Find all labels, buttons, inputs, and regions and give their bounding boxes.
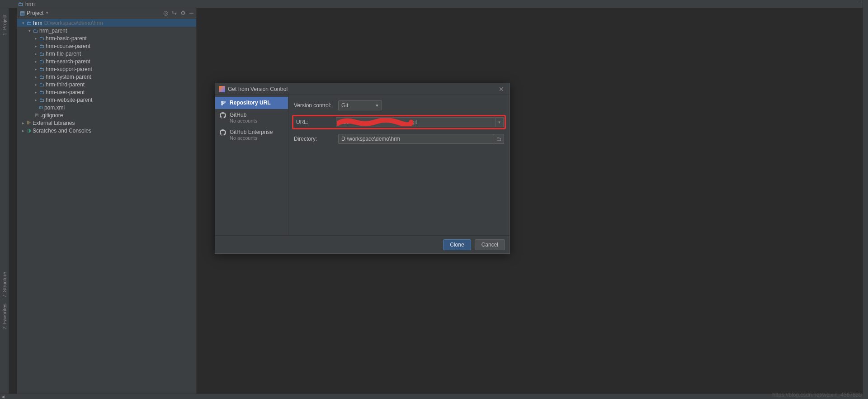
tree-node-module[interactable]: ▸🗀hrm-basic-parent (17, 34, 196, 42)
module-label: hrm-search-parent (46, 58, 90, 65)
chevron-down-icon[interactable]: ▾ (27, 28, 32, 33)
folder-icon: 🗀 (39, 36, 44, 41)
github-icon (220, 112, 226, 119)
locate-icon[interactable]: ◎ (163, 10, 168, 16)
tree-node-module[interactable]: ▸🗀hrm-search-parent (17, 57, 196, 65)
intellij-icon (219, 86, 225, 92)
project-icon: ▤ (20, 10, 25, 16)
chevron-down-icon: ▼ (45, 11, 49, 15)
chevron-right-icon[interactable]: ▸ (33, 59, 38, 64)
tree-node-module[interactable]: ▸🗀hrm-user-parent (17, 88, 196, 96)
chevron-down-icon: ▼ (375, 104, 379, 108)
github-icon (220, 129, 226, 136)
tree-node-gitignore[interactable]: 🖹 .gitignore (17, 111, 196, 119)
folder-icon: 🗀 (39, 51, 44, 57)
dialog-titlebar[interactable]: Get from Version Control ✕ (215, 83, 509, 95)
get-from-vcs-dialog: Get from Version Control ✕ Repository UR… (215, 83, 510, 254)
module-label: hrm-third-parent (46, 81, 85, 88)
chevron-right-icon[interactable]: ▸ (33, 44, 38, 48)
clone-button[interactable]: Clone (443, 239, 471, 250)
project-tree[interactable]: ▾ 🗀 hrmD:\workspace\demo\hrm ▾ 🗀 hrm_par… (17, 18, 196, 135)
hide-icon[interactable]: ─ (189, 10, 193, 16)
tree-node-module[interactable]: ▸🗀hrm-website-parent (17, 96, 196, 104)
chevron-right-icon[interactable]: ▸ (33, 52, 38, 56)
scroll-left-icon[interactable]: ◀ (0, 394, 5, 399)
browse-directory-button[interactable]: 🗀 (494, 134, 504, 144)
tree-node-pom[interactable]: m pom.xml (17, 104, 196, 111)
tree-node-external-libs[interactable]: ▸ ⊪ External Libraries (17, 119, 196, 127)
project-view-selector[interactable]: ▤ Project ▼ (20, 10, 49, 16)
gear-icon[interactable]: ⚙ (180, 10, 186, 16)
folder-icon: 🗀 (39, 43, 44, 49)
tree-node-parent[interactable]: ▾ 🗀 hrm_parent (17, 27, 196, 34)
version-control-label: Version control: (294, 102, 335, 109)
chevron-down-icon[interactable]: ▾ (21, 21, 25, 25)
dialog-footer: Clone Cancel (215, 235, 509, 253)
library-icon: ⊪ (27, 120, 31, 126)
url-row-highlight: URL: ▼ (292, 115, 506, 129)
chevron-right-icon[interactable]: ▸ (33, 90, 38, 95)
module-label: hrm-support-parent (46, 66, 92, 72)
folder-icon: 🗀 (39, 82, 44, 87)
chevron-right-icon[interactable]: ▸ (33, 98, 38, 102)
breadcrumb[interactable]: 🗀 hrm (0, 0, 868, 8)
file-icon: 🖹 (34, 113, 39, 118)
tree-node-root[interactable]: ▾ 🗀 hrmD:\workspace\demo\hrm (17, 19, 196, 27)
project-tool-window: ▤ Project ▼ ◎ ⇆ ⚙ ─ ▾ 🗀 hrmD:\workspace\… (17, 8, 197, 394)
project-header: ▤ Project ▼ ◎ ⇆ ⚙ ─ (17, 8, 196, 18)
folder-icon: 🗀 (39, 90, 44, 95)
dialog-title: Get from Version Control (228, 86, 288, 92)
module-label: hrm-file-parent (46, 51, 81, 57)
branch-icon (220, 100, 226, 106)
bottom-scrollbar[interactable]: ◀ (0, 394, 863, 399)
chevron-right-icon[interactable]: ▸ (33, 82, 38, 87)
expand-icon[interactable]: ⇆ (172, 10, 177, 16)
url-label: URL: (294, 119, 332, 125)
folder-icon: 🗀 (39, 66, 44, 72)
watermark-text: https://blog.csdn.net/weixin_4367830 (773, 392, 862, 398)
module-label: hrm-system-parent (46, 74, 91, 80)
tree-node-module[interactable]: ▸🗀hrm-support-parent (17, 65, 196, 73)
url-input[interactable] (336, 117, 495, 127)
tree-node-module[interactable]: ▸🗀hrm-file-parent (17, 50, 196, 57)
dialog-main: Version control: Git ▼ URL: ▼ (288, 95, 509, 235)
folder-icon: 🗀 (33, 28, 38, 33)
module-icon: 🗀 (27, 20, 32, 26)
cancel-button[interactable]: Cancel (475, 239, 505, 250)
sidebar-item-github-enterprise[interactable]: GitHub Enterprise No accounts (215, 126, 288, 143)
close-icon[interactable]: ✕ (497, 86, 506, 93)
tree-node-module[interactable]: ▸🗀hrm-course-parent (17, 42, 196, 50)
maven-icon: m (39, 105, 43, 110)
module-label: hrm-user-parent (46, 89, 85, 95)
tree-node-module[interactable]: ▸🗀hrm-system-parent (17, 73, 196, 81)
chevron-right-icon[interactable]: ▸ (21, 128, 25, 133)
dialog-sidebar: Repository URL GitHub No accounts GitHub… (215, 95, 288, 235)
sidebar-item-github[interactable]: GitHub No accounts (215, 109, 288, 126)
minimize-icon[interactable]: − (859, 0, 863, 5)
url-history-dropdown[interactable]: ▼ (495, 117, 504, 127)
directory-label: Directory: (294, 136, 335, 142)
sidebar-item-repository-url[interactable]: Repository URL (215, 97, 288, 109)
chevron-right-icon[interactable]: ▸ (33, 75, 38, 79)
chevron-right-icon[interactable]: ▸ (33, 67, 38, 71)
scratch-icon: ◑ (27, 128, 31, 133)
module-label: hrm-course-parent (46, 43, 90, 49)
tree-node-module[interactable]: ▸🗀hrm-third-parent (17, 81, 196, 88)
module-label: hrm-basic-parent (46, 35, 87, 42)
right-tool-gutter (863, 0, 868, 399)
folder-icon: 🗀 (39, 97, 44, 103)
gutter-tab-structure[interactable]: 7: Structure (1, 270, 8, 299)
folder-icon: 🗀 (39, 74, 44, 80)
tree-node-scratches[interactable]: ▸ ◑ Scratches and Consoles (17, 127, 196, 134)
chevron-right-icon[interactable]: ▸ (21, 121, 25, 125)
gutter-tab-project[interactable]: 1: Project (1, 13, 8, 37)
module-label: hrm-website-parent (46, 97, 92, 103)
folder-icon: 🗀 (18, 1, 24, 7)
folder-icon: 🗀 (39, 59, 44, 64)
version-control-select[interactable]: Git ▼ (338, 100, 382, 110)
directory-input[interactable] (338, 134, 494, 144)
gutter-tab-favorites[interactable]: 2: Favorites (1, 302, 8, 331)
chevron-right-icon[interactable]: ▸ (33, 36, 38, 41)
breadcrumb-root: hrm (25, 1, 35, 7)
left-tool-gutter: 1: Project 7: Structure 2: Favorites (0, 8, 9, 399)
